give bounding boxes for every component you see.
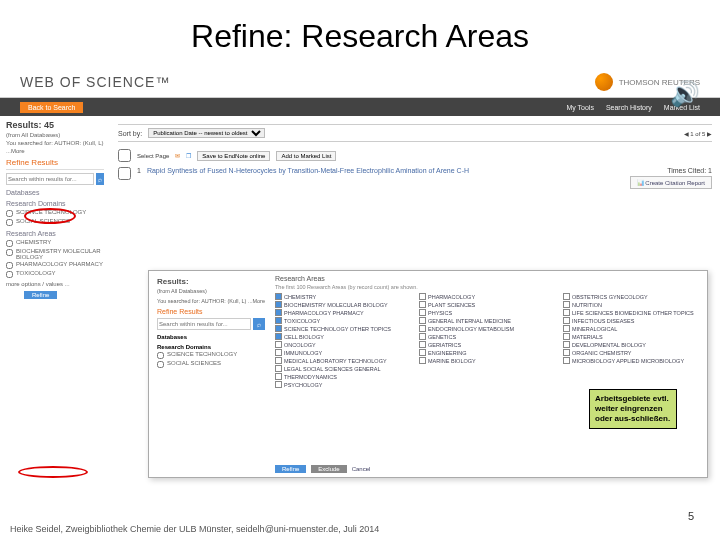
pager[interactable]: ◀ 1 of 5 ▶ bbox=[684, 130, 712, 137]
area-item[interactable]: PHARMACOLOGY bbox=[419, 293, 555, 300]
checkbox-icon[interactable] bbox=[419, 349, 426, 356]
area-item[interactable]: CHEMISTRY bbox=[275, 293, 411, 300]
checkbox-icon[interactable] bbox=[563, 325, 570, 332]
area-item[interactable]: ENDOCRINOLOGY METABOLISM bbox=[419, 325, 555, 332]
area-item[interactable]: MEDICAL LABORATORY TECHNOLOGY bbox=[275, 357, 411, 364]
area-item[interactable]: LEGAL SOCIAL SCIENCES GENERAL bbox=[275, 365, 411, 372]
area-item[interactable]: MICROBIOLOGY APPLIED MICROBIOLOGY bbox=[563, 357, 699, 364]
research-domains-hdr[interactable]: Research Domains bbox=[6, 200, 104, 207]
checkbox-icon[interactable] bbox=[419, 293, 426, 300]
area-item[interactable]: GENETICS bbox=[419, 333, 555, 340]
checkbox[interactable] bbox=[6, 240, 13, 247]
area-item[interactable]: MATERIALS bbox=[563, 333, 699, 340]
area-item[interactable]: TOXICOLOGY bbox=[275, 317, 411, 324]
ov-refine-button[interactable]: Refine bbox=[275, 465, 306, 473]
area-item[interactable]: GENERAL INTERNAL MEDICINE bbox=[419, 317, 555, 324]
area-item[interactable]: SCIENCE TECHNOLOGY OTHER TOPICS bbox=[275, 325, 411, 332]
checkbox-icon[interactable] bbox=[275, 357, 282, 364]
checkbox-icon[interactable] bbox=[563, 357, 570, 364]
checkbox[interactable] bbox=[6, 262, 13, 269]
save-to-button[interactable]: Save to EndNote online bbox=[197, 151, 270, 161]
area-label: BIOCHEMISTRY MOLECULAR BIOLOGY bbox=[284, 302, 388, 308]
checkbox-icon[interactable] bbox=[275, 373, 282, 380]
ov-search-input[interactable] bbox=[157, 318, 251, 330]
area-item[interactable]: INFECTIOUS DISEASES bbox=[563, 317, 699, 324]
ov-search-button[interactable]: ⌕ bbox=[253, 318, 265, 330]
area-item[interactable]: MARINE BIOLOGY bbox=[419, 357, 555, 364]
save-envelope-icon[interactable]: ✉ bbox=[175, 152, 180, 159]
checkbox[interactable] bbox=[157, 361, 164, 368]
checkbox-icon[interactable] bbox=[275, 309, 282, 316]
checkbox[interactable] bbox=[6, 271, 13, 278]
checkbox-icon[interactable] bbox=[275, 341, 282, 348]
checkbox-icon[interactable] bbox=[419, 317, 426, 324]
back-to-search[interactable]: Back to Search bbox=[20, 102, 83, 113]
sort-select[interactable]: Publication Date -- newest to oldest bbox=[148, 128, 265, 138]
databases-hdr[interactable]: Databases bbox=[6, 189, 104, 196]
area-item[interactable]: NUTRITION bbox=[563, 301, 699, 308]
add-marked-button[interactable]: Add to Marked List bbox=[276, 151, 336, 161]
checkbox-icon[interactable] bbox=[563, 349, 570, 356]
checkbox-icon[interactable] bbox=[419, 333, 426, 340]
area-item[interactable]: OBSTETRICS GYNECOLOGY bbox=[563, 293, 699, 300]
citation-report-button[interactable]: 📊 Create Citation Report bbox=[630, 176, 712, 189]
more-options-link[interactable]: more options / values ... bbox=[6, 281, 104, 287]
area-label: THERMODYNAMICS bbox=[284, 374, 337, 380]
area-item[interactable]: PHYSICS bbox=[419, 309, 555, 316]
area-item[interactable]: DEVELOPMENTAL BIOLOGY bbox=[563, 341, 699, 348]
checkbox-icon[interactable] bbox=[275, 325, 282, 332]
area-item[interactable]: PLANT SCIENCES bbox=[419, 301, 555, 308]
ov-db-hdr[interactable]: Databases bbox=[157, 334, 265, 340]
area-item[interactable]: LIFE SCIENCES BIOMEDICINE OTHER TOPICS bbox=[563, 309, 699, 316]
checkbox-icon[interactable] bbox=[275, 317, 282, 324]
checkbox-icon[interactable] bbox=[275, 293, 282, 300]
ov-rd-hdr[interactable]: Research Domains bbox=[157, 344, 265, 350]
checkbox-icon[interactable] bbox=[419, 301, 426, 308]
checkbox-icon[interactable] bbox=[275, 381, 282, 388]
checkbox[interactable] bbox=[6, 219, 13, 226]
checkbox-icon[interactable] bbox=[563, 309, 570, 316]
checkbox-icon[interactable] bbox=[419, 309, 426, 316]
result-checkbox[interactable] bbox=[118, 167, 131, 180]
area-item[interactable]: ENGINEERING bbox=[419, 349, 555, 356]
area-item[interactable]: IMMUNOLOGY bbox=[275, 349, 411, 356]
ov-cancel-link[interactable]: Cancel bbox=[352, 466, 371, 472]
my-tools-link[interactable]: My Tools bbox=[566, 104, 594, 111]
checkbox-icon[interactable] bbox=[419, 325, 426, 332]
refine-button[interactable]: Refine bbox=[24, 291, 57, 299]
search-within-button[interactable]: ⌕ bbox=[96, 173, 104, 185]
checkbox-icon[interactable] bbox=[419, 341, 426, 348]
checkbox-icon[interactable] bbox=[275, 349, 282, 356]
save-icon[interactable]: ❐ bbox=[186, 152, 191, 159]
result-title[interactable]: Rapid Synthesis of Fused N-Heterocycles … bbox=[147, 167, 469, 180]
more-link[interactable]: ...More bbox=[6, 148, 104, 154]
area-item[interactable]: MINERALOGICAL bbox=[563, 325, 699, 332]
area-item[interactable]: BIOCHEMISTRY MOLECULAR BIOLOGY bbox=[275, 301, 411, 308]
area-item[interactable]: PSYCHOLOGY bbox=[275, 381, 411, 388]
checkbox-icon[interactable] bbox=[563, 341, 570, 348]
checkbox-icon[interactable] bbox=[563, 301, 570, 308]
area-item[interactable]: ORGANIC CHEMISTRY bbox=[563, 349, 699, 356]
area-item[interactable]: PHARMACOLOGY PHARMACY bbox=[275, 309, 411, 316]
select-page-checkbox[interactable] bbox=[118, 149, 131, 162]
checkbox-icon[interactable] bbox=[275, 301, 282, 308]
area-label: GENERAL INTERNAL MEDICINE bbox=[428, 318, 511, 324]
checkbox-icon[interactable] bbox=[563, 333, 570, 340]
area-item: PHARMACOLOGY PHARMACY bbox=[6, 261, 104, 269]
checkbox-icon[interactable] bbox=[563, 317, 570, 324]
checkbox-icon[interactable] bbox=[419, 357, 426, 364]
ov-exclude-button[interactable]: Exclude bbox=[311, 465, 346, 473]
checkbox[interactable] bbox=[6, 249, 13, 256]
checkbox-icon[interactable] bbox=[275, 333, 282, 340]
checkbox[interactable] bbox=[157, 352, 164, 359]
area-item[interactable]: GERIATRICS bbox=[419, 341, 555, 348]
search-within-input[interactable] bbox=[6, 173, 94, 185]
checkbox-icon[interactable] bbox=[275, 365, 282, 372]
checkbox[interactable] bbox=[6, 210, 13, 217]
checkbox-icon[interactable] bbox=[563, 293, 570, 300]
area-item[interactable]: THERMODYNAMICS bbox=[275, 373, 411, 380]
area-item[interactable]: CELL BIOLOGY bbox=[275, 333, 411, 340]
search-history-link[interactable]: Search History bbox=[606, 104, 652, 111]
research-areas-hdr[interactable]: Research Areas bbox=[6, 230, 104, 237]
area-item[interactable]: ONCOLOGY bbox=[275, 341, 411, 348]
